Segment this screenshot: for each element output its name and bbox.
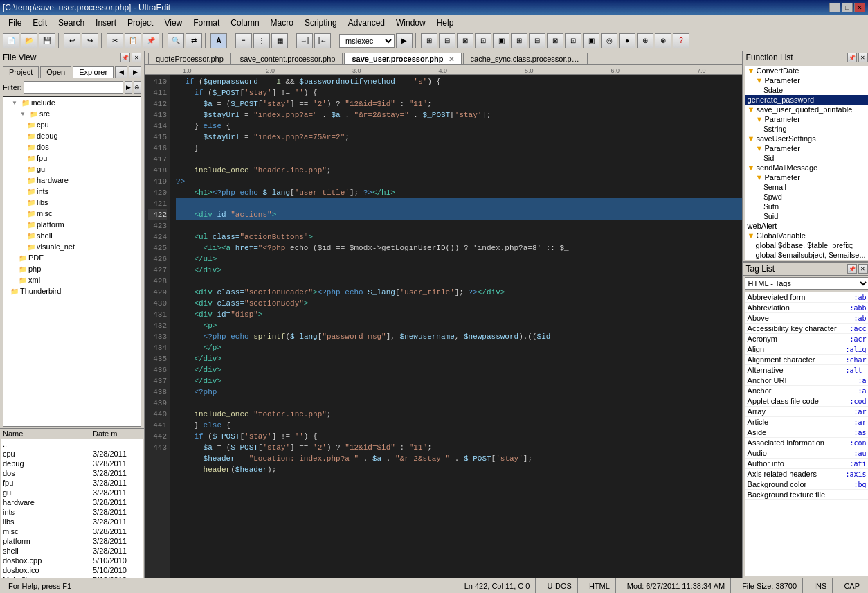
fn-item[interactable]: $date xyxy=(745,85,868,95)
tag-item[interactable]: Anchor URI :a xyxy=(745,375,868,386)
fn-item[interactable]: ▼ ConvertDate xyxy=(745,66,868,76)
btn-extra-6[interactable]: ⊞ xyxy=(511,33,527,48)
list-item[interactable]: .. xyxy=(1,439,143,449)
fn-item[interactable]: ▼ GlobalVariable xyxy=(745,231,868,240)
list-item[interactable]: fpu3/28/2011 xyxy=(1,478,143,488)
list-item[interactable]: Makefile.am5/10/2010 xyxy=(1,575,143,578)
fn-item[interactable]: $string xyxy=(745,124,868,134)
tab-cache[interactable]: cache_sync.class.processor.php xyxy=(463,53,588,64)
tag-item[interactable]: Author info :ati xyxy=(745,459,868,469)
menu-item-search[interactable]: Search xyxy=(53,16,90,30)
maximize-button[interactable]: □ xyxy=(842,3,853,12)
menu-item-insert[interactable]: Insert xyxy=(90,16,122,30)
list-item[interactable]: dosbox.cpp5/10/2010 xyxy=(1,556,143,565)
save-button[interactable]: 💾 xyxy=(39,33,55,48)
menu-item-macro[interactable]: Macro xyxy=(265,16,299,30)
btn-extra-14[interactable]: ⊗ xyxy=(655,33,671,48)
fn-item[interactable]: global $emailsubject, $emailse... xyxy=(745,250,868,260)
filter-input[interactable] xyxy=(24,81,123,94)
menu-item-project[interactable]: Project xyxy=(122,16,159,30)
list-item[interactable]: debug3/28/2011 xyxy=(1,459,143,468)
list-item[interactable]: hardware3/28/2011 xyxy=(1,497,143,507)
btn-extra-13[interactable]: ⊕ xyxy=(637,33,653,48)
tab-project[interactable]: Project xyxy=(3,66,39,78)
list-item[interactable]: ints3/28/2011 xyxy=(1,507,143,517)
menu-item-advanced[interactable]: Advanced xyxy=(343,16,390,30)
tag-panel-pin[interactable]: 📌 xyxy=(847,264,857,274)
fn-item[interactable]: $email xyxy=(745,182,868,192)
tree-item[interactable]: 📁 dos xyxy=(3,141,141,152)
fn-item[interactable]: ▼ save_user_quoted_printable xyxy=(745,105,868,114)
replace-button[interactable]: ⇄ xyxy=(186,33,202,48)
list-item[interactable]: cpu3/28/2011 xyxy=(1,449,143,459)
btn-extra-10[interactable]: ▣ xyxy=(583,33,599,48)
align-right-button[interactable]: ▦ xyxy=(271,33,288,48)
menu-item-file[interactable]: File xyxy=(3,16,27,30)
tag-item[interactable]: Alternative :alt- xyxy=(745,365,868,375)
fn-item[interactable]: ▼ Parameter xyxy=(745,76,868,85)
tab-explorer[interactable]: Explorer xyxy=(73,66,114,78)
file-panel-pin[interactable]: 📌 xyxy=(120,53,130,62)
tag-item[interactable]: Audio :au xyxy=(745,448,868,459)
paste-button[interactable]: 📌 xyxy=(143,33,159,48)
menu-item-scripting[interactable]: Scripting xyxy=(299,16,343,30)
tag-item[interactable]: Associated information :con xyxy=(745,438,868,448)
tree-item[interactable]: 📁 cpu xyxy=(3,119,141,130)
redo-button[interactable]: ↪ xyxy=(82,33,98,48)
run-macro-button[interactable]: ▶ xyxy=(396,33,413,48)
fn-panel-close[interactable]: ✕ xyxy=(858,53,868,62)
tab-savecont[interactable]: save_content.processor.php xyxy=(233,53,343,64)
nav-forward[interactable]: ▶ xyxy=(129,66,141,78)
tag-item[interactable]: Acronym :acr xyxy=(745,334,868,344)
tag-category-combo[interactable]: HTML - Tags xyxy=(745,277,868,290)
fn-item[interactable]: $id xyxy=(745,153,868,163)
nav-back[interactable]: ◀ xyxy=(115,66,127,78)
btn-extra-1[interactable]: ⊞ xyxy=(421,33,437,48)
close-button[interactable]: ✕ xyxy=(854,3,865,12)
fn-item[interactable]: $ufn xyxy=(745,202,868,211)
copy-button[interactable]: 📋 xyxy=(125,33,141,48)
tag-item[interactable]: Array :ar xyxy=(745,407,868,417)
btn-extra-2[interactable]: ⊟ xyxy=(439,33,455,48)
tag-item[interactable]: Axis related headers :axis xyxy=(745,469,868,479)
align-left-button[interactable]: ≡ xyxy=(235,33,252,48)
cut-button[interactable]: ✂ xyxy=(107,33,123,48)
tag-item[interactable]: Abbreviation :abb xyxy=(745,303,868,313)
tree-item[interactable]: 📁 shell xyxy=(3,230,141,241)
filter-go[interactable]: ▶ xyxy=(125,81,132,94)
list-item[interactable]: gui3/28/2011 xyxy=(1,488,143,497)
btn-extra-3[interactable]: ⊠ xyxy=(457,33,473,48)
outdent-button[interactable]: |← xyxy=(314,33,331,48)
tree-item[interactable]: 📁 PDF xyxy=(3,252,141,263)
btn-extra-5[interactable]: ▣ xyxy=(493,33,509,48)
close-tab-icon[interactable]: ✕ xyxy=(449,55,454,63)
tag-item[interactable]: Background texture file xyxy=(745,490,868,500)
btn-extra-9[interactable]: ⊡ xyxy=(565,33,581,48)
fn-item[interactable]: webAlert xyxy=(745,221,868,231)
list-item[interactable]: dosbox.ico5/10/2010 xyxy=(1,565,143,575)
list-item[interactable]: misc3/28/2011 xyxy=(1,526,143,536)
bold-button[interactable]: A xyxy=(210,33,227,48)
fn-item[interactable]: ▼ Parameter xyxy=(745,114,868,124)
align-center-button[interactable]: ⋮ xyxy=(253,33,270,48)
tag-item[interactable]: Background color :bg xyxy=(745,479,868,490)
code-body[interactable]: if ($genpassword == 1 && $passwordnotify… xyxy=(170,75,742,578)
fn-item[interactable]: ▼ Parameter xyxy=(745,143,868,153)
tab-open[interactable]: Open xyxy=(40,66,71,78)
open-button[interactable]: 📂 xyxy=(21,33,37,48)
tab-quotepro[interactable]: quoteProcessor.php xyxy=(148,53,231,64)
fn-item[interactable]: ▼ sendMailMessage xyxy=(745,163,868,172)
tree-item[interactable]: 📁 debug xyxy=(3,130,141,141)
tree-item[interactable]: 📁 misc xyxy=(3,208,141,219)
menu-item-window[interactable]: Window xyxy=(390,16,431,30)
file-panel-close[interactable]: ✕ xyxy=(132,53,141,62)
menu-item-view[interactable]: View xyxy=(159,16,188,30)
btn-extra-4[interactable]: ⊡ xyxy=(475,33,491,48)
btn-extra-7[interactable]: ⊟ xyxy=(529,33,545,48)
tree-item[interactable]: ▼ 📁 src xyxy=(3,108,141,119)
fn-item[interactable]: global $dbase, $table_prefix; xyxy=(745,240,868,250)
menu-item-edit[interactable]: Edit xyxy=(27,16,53,30)
tree-item[interactable]: 📁 xml xyxy=(3,274,141,285)
tree-item[interactable]: 📁 gui xyxy=(3,163,141,175)
list-item[interactable]: platform3/28/2011 xyxy=(1,536,143,546)
